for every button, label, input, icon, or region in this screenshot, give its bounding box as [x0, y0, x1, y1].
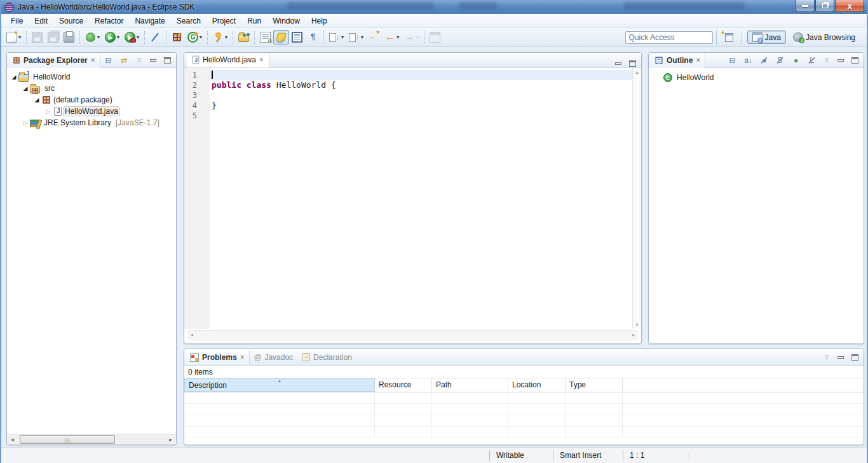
close-window-button[interactable]: x: [835, 0, 864, 12]
external-tools-dropdown-icon[interactable]: ▾: [225, 34, 227, 40]
skip-all-breakpoints-button[interactable]: [147, 30, 163, 45]
debug-button[interactable]: ▾: [83, 30, 102, 45]
table-row[interactable]: [184, 392, 864, 404]
link-with-editor-icon[interactable]: ⇄: [119, 55, 130, 66]
code-line-1[interactable]: [210, 70, 632, 80]
hide-non-public-members-icon[interactable]: ●: [790, 55, 801, 66]
code-line-5[interactable]: [210, 111, 632, 121]
next-annotation-button[interactable]: ▾: [327, 30, 346, 45]
hide-static-members-icon[interactable]: S: [775, 55, 785, 66]
close-icon[interactable]: ×: [240, 354, 245, 361]
scrollbar-thumb[interactable]: [20, 435, 115, 444]
editor-vscrollbar[interactable]: ▴ ▾: [632, 68, 641, 329]
menu-run[interactable]: Run: [241, 15, 267, 27]
code-line-2[interactable]: public class HelloWorld {: [210, 80, 632, 90]
menu-file[interactable]: File: [5, 15, 29, 27]
last-edit-location-button[interactable]: [366, 30, 382, 45]
expander-expanded-icon[interactable]: ◢: [21, 85, 30, 92]
maximize-view-icon[interactable]: [850, 56, 859, 64]
tree-item-helloworld-java[interactable]: ▷HelloWorld.java: [7, 106, 176, 117]
expander-expanded-icon[interactable]: ◢: [32, 97, 41, 103]
run-dropdown-icon[interactable]: ▾: [117, 34, 119, 40]
new-wizard-button[interactable]: ▾: [4, 30, 24, 45]
tab-helloworld-java[interactable]: HelloWorld.java ×: [187, 52, 269, 67]
previous-annotation-dropdown-icon[interactable]: ▾: [361, 34, 363, 40]
show-whitespace-button[interactable]: [305, 30, 321, 45]
external-tools-button[interactable]: ▾: [210, 30, 230, 45]
quick-access-input[interactable]: [625, 31, 713, 44]
menu-navigate[interactable]: Navigate: [129, 15, 170, 27]
column-header-description[interactable]: ▴Description: [184, 378, 375, 392]
minimize-window-button[interactable]: [796, 0, 815, 12]
tab-javadoc[interactable]: @Javadoc: [250, 350, 297, 365]
open-type-button[interactable]: [236, 31, 252, 44]
new-java-class-dropdown-icon[interactable]: ▾: [200, 34, 202, 40]
hide-fields-icon[interactable]: ●: [759, 55, 770, 66]
column-header-type[interactable]: Type: [566, 378, 623, 392]
expander-expanded-icon[interactable]: ◢: [10, 74, 18, 80]
tree-item-jre-system-library[interactable]: ▷JRE System Library[JavaSE-1.7]: [7, 117, 176, 128]
package-explorer-hscrollbar[interactable]: ◂ ▸: [7, 434, 176, 445]
table-row[interactable]: [184, 427, 864, 438]
maximize-editor-icon[interactable]: [628, 59, 637, 67]
menu-edit[interactable]: Edit: [29, 15, 53, 27]
table-row[interactable]: [184, 404, 864, 415]
minimize-view-icon[interactable]: [836, 56, 845, 64]
outline-item-helloworld[interactable]: HelloWorld: [649, 72, 864, 83]
scroll-right-icon[interactable]: ▸: [632, 331, 635, 339]
next-annotation-dropdown-icon[interactable]: ▾: [341, 34, 344, 40]
expander-collapsed-icon[interactable]: ▷: [21, 120, 30, 126]
expander-collapsed-icon[interactable]: ▷: [44, 108, 53, 114]
tab-outline[interactable]: Outline ×: [650, 53, 705, 68]
close-icon[interactable]: ×: [259, 57, 264, 63]
new-task-button[interactable]: [257, 30, 273, 45]
scroll-up-icon[interactable]: ▴: [633, 69, 641, 75]
hide-local-types-icon[interactable]: L: [806, 55, 817, 66]
run-history-dropdown-icon[interactable]: ▾: [137, 34, 139, 40]
print-button[interactable]: [61, 30, 77, 45]
collapse-all-icon[interactable]: ⊟: [103, 55, 114, 66]
collapse-all-icon[interactable]: ⊟: [727, 55, 738, 66]
show-source-of-selected-element-button[interactable]: [289, 30, 305, 45]
open-perspective-button[interactable]: [724, 32, 735, 43]
editor-hscrollbar[interactable]: ◂ ▸: [188, 330, 637, 340]
close-icon[interactable]: ×: [91, 57, 95, 64]
minimize-editor-icon[interactable]: [614, 59, 623, 67]
scroll-left-icon[interactable]: ◂: [7, 434, 18, 445]
new-wizard-dropdown-icon[interactable]: ▾: [18, 34, 21, 40]
menu-source[interactable]: Source: [53, 15, 89, 27]
back-dropdown-icon[interactable]: ▾: [397, 34, 399, 40]
tab-problems[interactable]: Problems×: [186, 350, 250, 365]
scroll-down-icon[interactable]: ▾: [633, 322, 641, 328]
code-editor-content[interactable]: public class HelloWorld {}: [210, 68, 632, 329]
scroll-left-icon[interactable]: ◂: [191, 331, 193, 339]
code-line-3[interactable]: [210, 90, 632, 100]
minimize-view-icon[interactable]: [836, 353, 845, 361]
back-button[interactable]: ▾: [382, 30, 402, 45]
close-icon[interactable]: ×: [696, 57, 700, 64]
tree-item-helloworld[interactable]: ◢HelloWorld: [7, 71, 176, 83]
title-bar[interactable]: Java - HelloWorld/src/HelloWorld.java - …: [1, 0, 867, 14]
run-history-button[interactable]: ▾: [122, 30, 142, 45]
view-menu-icon[interactable]: ▽: [822, 56, 831, 64]
view-menu-icon[interactable]: ▽: [135, 56, 144, 64]
view-menu-icon[interactable]: ▽: [822, 353, 831, 361]
menu-project[interactable]: Project: [207, 15, 241, 27]
restore-window-button[interactable]: [815, 0, 834, 12]
new-java-class-button[interactable]: ▾: [185, 30, 205, 45]
run-button[interactable]: ▾: [102, 30, 122, 45]
table-row[interactable]: [184, 415, 864, 427]
scroll-right-icon[interactable]: ▸: [165, 434, 176, 445]
column-header-path[interactable]: Path: [432, 378, 508, 392]
perspective-java-browsing-button[interactable]: Java Browsing: [788, 31, 860, 44]
statusbar-grip-icon[interactable]: ⋮: [686, 454, 694, 457]
menu-window[interactable]: Window: [267, 15, 306, 27]
perspective-java-button[interactable]: Java: [747, 31, 786, 44]
maximize-view-icon[interactable]: [850, 353, 859, 361]
minimize-view-icon[interactable]: [149, 56, 158, 64]
tree-item-default-package[interactable]: ◢(default package): [7, 94, 176, 106]
new-java-project-button[interactable]: [169, 30, 185, 45]
menu-help[interactable]: Help: [306, 15, 333, 27]
maximize-view-icon[interactable]: [163, 56, 172, 64]
tab-package-explorer[interactable]: Package Explorer ×: [8, 53, 100, 68]
